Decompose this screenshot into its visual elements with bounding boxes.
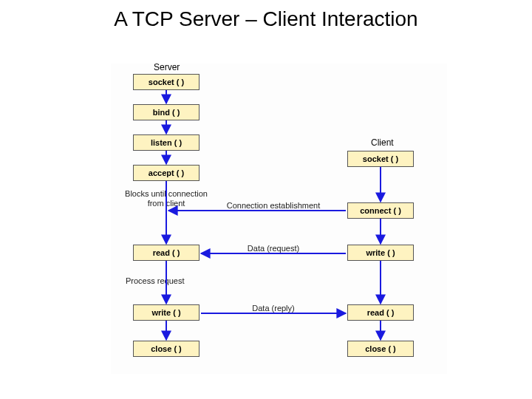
client-close-box: close ( ) [347,341,414,357]
server-read-box: read ( ) [133,245,200,261]
reply-label: Data (reply) [233,304,314,313]
blocks-note: Blocks until connection from client [103,189,229,208]
client-connect-box: connect ( ) [347,202,414,219]
server-bind-box: bind ( ) [133,104,200,120]
tcp-diagram: Server Client socket ( ) bind ( ) listen… [111,64,447,374]
client-write-box: write ( ) [347,245,414,261]
server-header: Server [154,62,180,72]
server-socket-box: socket ( ) [133,74,200,90]
server-write-box: write ( ) [133,304,200,321]
server-listen-box: listen ( ) [133,134,200,151]
request-label: Data (request) [229,244,318,253]
process-note: Process request [126,276,207,286]
server-close-box: close ( ) [133,341,200,357]
server-accept-box: accept ( ) [133,165,200,181]
establish-label: Connection establishment [214,201,332,210]
page-title: A TCP Server – Client Interaction [0,7,532,31]
client-header: Client [371,137,394,148]
client-read-box: read ( ) [347,304,414,321]
client-socket-box: socket ( ) [347,151,414,167]
